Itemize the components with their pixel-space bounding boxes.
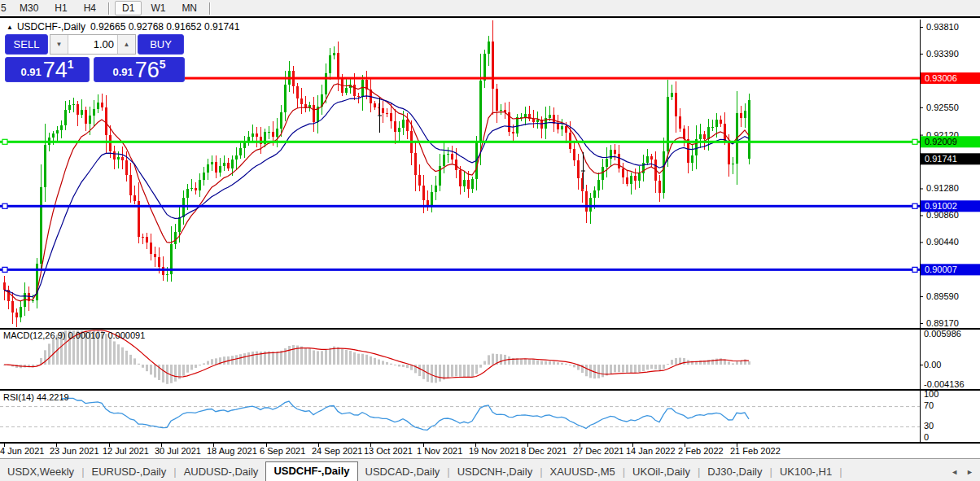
svg-text:0.90440: 0.90440 (926, 237, 959, 247)
svg-text:100: 100 (924, 389, 938, 399)
collapse-triangle-icon[interactable]: ▲ (7, 24, 13, 31)
svg-text:1 Nov 2021: 1 Nov 2021 (417, 446, 462, 456)
sell-price-button[interactable]: 0.91 74 1 (5, 57, 90, 82)
timeframe-toolbar: 5 M30 H1 H4 D1 W1 MN (0, 0, 980, 18)
moving-average-line (4, 84, 749, 301)
svg-text:12 Jul 2021: 12 Jul 2021 (103, 446, 149, 456)
svg-text:0.91002: 0.91002 (925, 201, 957, 211)
tab-divider: | (839, 466, 842, 481)
sell-button[interactable]: SELL (5, 34, 48, 55)
svg-text:0.89170: 0.89170 (926, 318, 959, 328)
timeframe-button-mn[interactable]: MN (174, 1, 204, 15)
tab-audusd-daily[interactable]: AUDUSD-,Daily (177, 463, 266, 481)
svg-text:6 Sep 2021: 6 Sep 2021 (260, 446, 305, 456)
sell-price-big: 74 (43, 59, 68, 81)
tab-uk100-h1[interactable]: UK100-,H1 (772, 463, 839, 481)
tab-usdcad-daily[interactable]: USDCAD-,Daily (358, 463, 448, 481)
svg-text:0.91280: 0.91280 (926, 183, 959, 193)
chart-title: ▲USDCHF-,Daily0.92665 0.92768 0.91652 0.… (7, 21, 239, 33)
timeframe-button-h1[interactable]: H1 (47, 1, 74, 15)
svg-text:24 Sep 2021: 24 Sep 2021 (312, 446, 362, 456)
tab-dj30-daily[interactable]: DJ30-,Daily (700, 463, 769, 481)
tab-eurusd-daily[interactable]: EURUSD-,Daily (85, 463, 174, 481)
svg-text:70: 70 (924, 400, 934, 410)
tab-usdchf-daily[interactable]: USDCHF-,Daily (265, 461, 357, 481)
svg-text:0.90007: 0.90007 (925, 265, 957, 274)
tab-scroll-left-icon[interactable]: ◄ (951, 468, 958, 476)
sell-price-pip: 1 (68, 58, 74, 71)
tab-ukoil-daily[interactable]: UKOil-,Daily (625, 463, 698, 481)
line-handle (912, 203, 917, 208)
price-axis: 0.938100.933900.925500.921200.912800.908… (920, 22, 980, 328)
svg-text:23 Jun 2021: 23 Jun 2021 (50, 446, 99, 456)
svg-text:4 Jun 2021: 4 Jun 2021 (0, 446, 44, 456)
svg-text:2 Feb 2022: 2 Feb 2022 (678, 446, 724, 456)
svg-text:30: 30 (924, 421, 934, 431)
svg-text:27 Dec 2021: 27 Dec 2021 (573, 446, 623, 456)
svg-text:0.89590: 0.89590 (926, 291, 959, 301)
svg-text:19 Nov 2021: 19 Nov 2021 (469, 446, 519, 456)
tab-xauusd-m5[interactable]: XAUUSD-,M5 (543, 463, 623, 481)
line-handle (912, 267, 917, 272)
svg-text:21 Feb 2022: 21 Feb 2022 (730, 446, 781, 456)
svg-text:0.005986: 0.005986 (924, 329, 961, 339)
volume-input[interactable]: 1.00 (68, 35, 117, 54)
toolbar-separator (108, 2, 110, 15)
chart-canvas[interactable]: 0.938100.933900.925500.921200.912800.908… (0, 20, 980, 458)
svg-text:0.93390: 0.93390 (926, 49, 959, 59)
svg-text:0.92009: 0.92009 (925, 137, 957, 146)
svg-text:0.91741: 0.91741 (925, 154, 957, 164)
tab-usdx-weekly[interactable]: USDX,Weekly (0, 463, 81, 481)
one-click-trading-panel: SELL ▼ 1.00 ▲ BUY 0.91 74 1 0.91 76 5 (5, 34, 187, 82)
date-axis: 4 Jun 202123 Jun 202112 Jul 202130 Jul 2… (0, 444, 781, 456)
moving-average-line (4, 96, 749, 297)
sell-price-small: 0.91 (20, 66, 41, 78)
timeframe-button-h4[interactable]: H4 (77, 1, 103, 15)
svg-text:14 Jan 2022: 14 Jan 2022 (626, 446, 676, 456)
volume-decrease-icon[interactable]: ▼ (50, 35, 68, 54)
timeframe-button-m5-clipped[interactable]: 5 (1, 2, 8, 14)
svg-text:30 Jul 2021: 30 Jul 2021 (155, 446, 201, 456)
svg-text:13 Oct 2021: 13 Oct 2021 (364, 446, 413, 456)
svg-text:0.93810: 0.93810 (926, 22, 959, 32)
macd-pane: MACD(12,26,9) 0.000107 0.0000910.0059860… (3, 329, 965, 389)
svg-text:0: 0 (924, 432, 929, 442)
svg-text:0.92550: 0.92550 (926, 103, 959, 112)
buy-price-small: 0.91 (112, 66, 133, 78)
symbol-period-label: USDCHF-,Daily (17, 21, 85, 33)
buy-price-button[interactable]: 0.91 76 5 (94, 57, 185, 82)
rsi-line (61, 398, 749, 430)
line-handle (912, 139, 917, 144)
timeframe-button-w1[interactable]: W1 (143, 1, 173, 15)
tab-usdcnh-daily[interactable]: USDCNH-,Daily (450, 463, 540, 481)
timeframe-button-m30[interactable]: M30 (12, 1, 46, 15)
svg-text:-0.004136: -0.004136 (924, 379, 965, 389)
line-handle (2, 203, 7, 208)
svg-text:8 Dec 2021: 8 Dec 2021 (521, 446, 567, 456)
svg-text:0.00: 0.00 (924, 360, 941, 369)
tab-scroll-right-icon[interactable]: ► (966, 468, 973, 476)
svg-text:0.93006: 0.93006 (925, 73, 957, 83)
line-handle (2, 267, 7, 272)
buy-price-big: 76 (135, 59, 160, 81)
buy-price-pip: 5 (160, 58, 166, 71)
svg-text:MACD(12,26,9) 0.000107 0.00009: MACD(12,26,9) 0.000107 0.000091 (3, 330, 145, 340)
volume-spinner: ▼ 1.00 ▲ (50, 34, 136, 55)
svg-text:18 Aug 2021: 18 Aug 2021 (207, 446, 257, 456)
svg-text:RSI(14) 44.2219: RSI(14) 44.2219 (3, 392, 69, 402)
chart-tab-bar: USDX,Weekly | EURUSD-,Daily | AUDUSD-,Da… (0, 458, 980, 481)
ohlc-values: 0.92665 0.92768 0.91652 0.91741 (90, 21, 240, 33)
line-handle (2, 139, 7, 144)
volume-increase-icon[interactable]: ▲ (117, 35, 135, 54)
buy-button[interactable]: BUY (138, 34, 184, 55)
toolbar-separator (209, 2, 211, 15)
timeframe-button-d1[interactable]: D1 (115, 1, 142, 15)
rsi-pane: RSI(14) 44.221910070300 (0, 389, 938, 442)
